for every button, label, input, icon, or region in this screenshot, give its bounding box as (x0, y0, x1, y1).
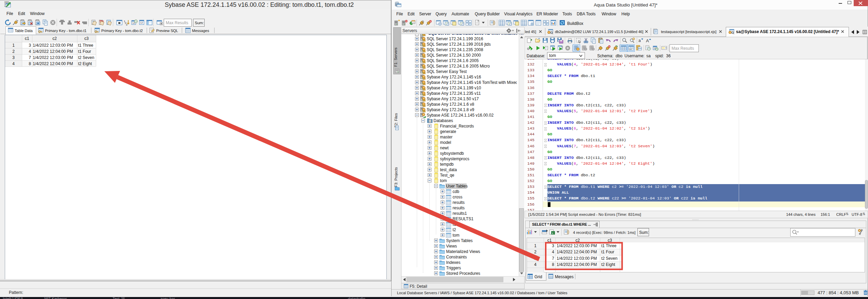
svg-text:X: X (552, 232, 554, 235)
svg-text:3: 3 (126, 23, 128, 26)
svg-text:A: A (646, 38, 649, 43)
svg-text:12: 12 (140, 21, 143, 24)
svg-text:a: a (638, 38, 641, 43)
